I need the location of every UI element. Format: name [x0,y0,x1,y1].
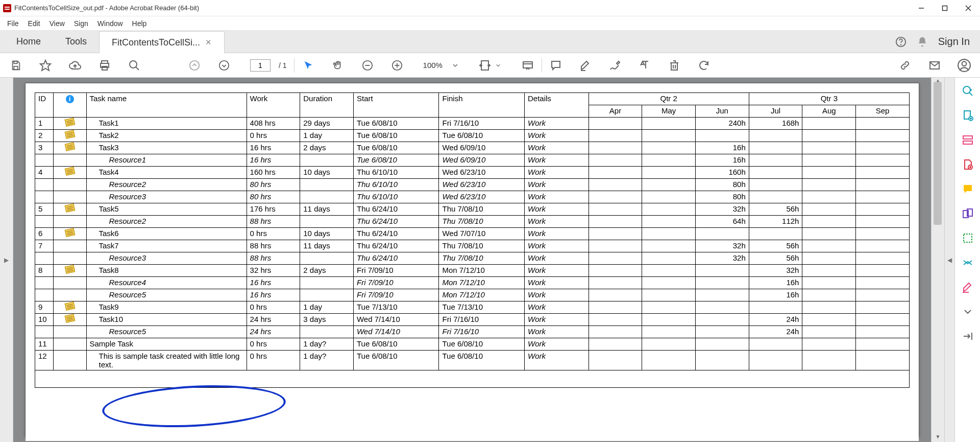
svg-point-12 [130,61,137,68]
table-row: Resource416 hrsFri 7/09/10Mon 7/12/10Wor… [35,277,910,289]
text-icon[interactable] [638,59,651,72]
close-button[interactable] [957,0,980,16]
fit-dropdown-icon[interactable] [492,59,505,72]
read-mode-icon[interactable] [521,59,534,72]
tabbar: Home Tools FitContentsToCellSi... ✕ Sign… [0,31,980,53]
right-panel-toggle[interactable]: ◀ [944,78,954,442]
note-icon [64,228,75,237]
link-icon[interactable] [898,59,912,72]
combine-files-icon[interactable] [962,207,974,220]
menu-help[interactable]: Help [132,19,147,28]
export-pdf-icon[interactable] [962,109,974,122]
tab-tools[interactable]: Tools [53,31,99,53]
save-icon[interactable] [9,59,22,72]
tab-document-label: FitContentsToCellSi... [112,37,200,48]
svg-rect-1 [943,6,947,10]
minimize-button[interactable] [910,0,933,16]
table-row: Resource524 hrsWed 7/14/10Fri 7/16/10Wor… [35,326,910,338]
right-tools-panel [954,78,980,442]
menu-edit[interactable]: Edit [28,19,40,28]
menu-window[interactable]: Window [97,19,123,28]
page-number-input[interactable] [250,59,271,72]
fit-width-icon[interactable] [478,59,492,72]
col-work: Work [247,93,300,118]
scroll-thumb[interactable] [934,82,942,225]
table-row: 9Task90 hrs1 dayTue 7/13/10Tue 7/13/10Wo… [35,301,910,314]
note-icon [64,142,75,151]
page-down-icon[interactable] [217,59,231,72]
zoom-dropdown-icon[interactable] [449,59,462,72]
search-icon[interactable] [128,59,141,72]
comment-icon[interactable] [549,59,562,72]
tab-home[interactable]: Home [4,31,53,53]
menu-view[interactable]: View [50,19,65,28]
col-aug: Aug [802,105,856,118]
col-finish: Finish [439,93,525,118]
note-icon [64,265,75,273]
page-up-icon[interactable] [188,59,201,72]
svg-point-30 [962,61,967,66]
vertical-scrollbar[interactable]: ▲ ▼ [931,78,944,442]
maximize-button[interactable] [933,0,957,16]
menubar: File Edit View Sign Window Help [0,16,980,31]
search-tool-icon[interactable] [962,85,974,97]
table-row: Resource288 hrsThu 6/24/10Thu 7/08/10Wor… [35,216,910,228]
col-qtr3: Qtr 3 [749,93,909,105]
table-row: 8Task832 hrs2 daysFri 7/09/10Mon 7/12/10… [35,265,910,277]
table-row: Resource388 hrsThu 6/24/10Thu 7/08/10Wor… [35,252,910,265]
compress-pdf-icon[interactable] [962,257,974,269]
table-row: 11Sample Task0 hrs1 day?Tue 6/08/10Tue 6… [35,338,910,351]
document-viewport[interactable]: ID i Task name Work Duration Start Finis… [13,78,931,442]
col-jul: Jul [749,105,802,118]
zoom-out-icon[interactable] [361,59,374,72]
menu-file[interactable]: File [7,19,19,28]
table-row: 1Task1408 hrs29 daysTue 6/08/10Fri 7/16/… [35,118,910,130]
hand-tool-icon[interactable] [331,59,345,72]
tab-document[interactable]: FitContentsToCellSi... ✕ [99,31,225,53]
table-row: Resource116 hrsTue 6/08/10Wed 6/09/10Wor… [35,154,910,167]
sign-in-link[interactable]: Sign In [938,36,970,48]
svg-point-5 [900,44,901,45]
comment-tool-icon[interactable] [962,183,974,195]
menu-sign[interactable]: Sign [74,19,88,28]
organize-pages-icon[interactable] [962,232,974,244]
window-controls [910,0,980,16]
draw-icon[interactable] [608,59,622,72]
help-icon[interactable] [895,36,906,48]
email-icon[interactable] [928,59,941,72]
cloud-upload-icon[interactable] [68,59,82,72]
more-tools-icon[interactable] [962,306,974,318]
table-row: 12This is sample task created with littl… [35,351,910,370]
close-tab-icon[interactable]: ✕ [205,38,212,47]
scroll-down-icon[interactable]: ▼ [932,434,944,442]
star-icon[interactable] [39,59,52,72]
edit-pdf-icon[interactable] [962,134,974,146]
hand-drawn-circle-annotation [101,381,287,432]
window-title: FitContentsToCellSize_out.pdf - Adobe Ac… [14,4,199,12]
zoom-level-label[interactable]: 100% [423,61,443,69]
bell-icon[interactable] [917,36,928,48]
col-duration: Duration [300,93,354,118]
create-pdf-icon[interactable] [962,158,974,171]
selection-tool-icon[interactable] [302,59,315,72]
svg-rect-40 [963,141,972,144]
delete-icon[interactable] [668,59,681,72]
highlight-icon[interactable] [579,59,592,72]
svg-rect-7 [14,66,17,69]
svg-rect-22 [523,62,532,68]
zoom-in-icon[interactable] [390,59,404,72]
profile-icon[interactable] [958,59,971,72]
note-icon [64,167,75,175]
table-row: 6Task60 hrs10 daysThu 6/24/10Wed 7/07/10… [35,228,910,240]
table-row: Resource516 hrsFri 7/09/10Mon 7/12/10Wor… [35,289,910,301]
left-panel-toggle[interactable]: ▶ [0,78,13,442]
redact-icon[interactable] [962,281,974,293]
print-icon[interactable] [98,59,111,72]
table-row: 3Task316 hrs2 daysTue 6/08/10Wed 6/09/10… [35,142,910,154]
note-icon [64,130,75,138]
content-area: ▶ ID i Task name [0,78,980,442]
collapse-panel-icon[interactable] [962,330,974,342]
app-icon [3,4,11,12]
rotate-icon[interactable] [697,59,710,72]
col-id: ID [35,93,54,118]
